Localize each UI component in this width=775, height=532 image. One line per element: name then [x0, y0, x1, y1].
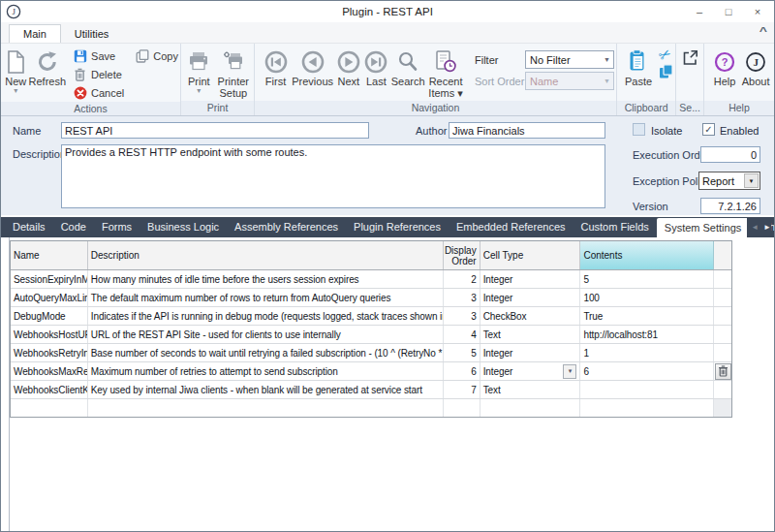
cell-contents: 1 [580, 344, 714, 361]
cancel-button[interactable]: Cancel [72, 83, 124, 102]
filter-combobox[interactable]: No Filter▼ [525, 50, 614, 69]
name-input[interactable] [61, 122, 369, 139]
cut-icon[interactable]: ✂ [657, 45, 676, 64]
table-row[interactable]: WebhooksRetryInterval Base number of sec… [11, 344, 731, 362]
column-header-contents[interactable]: Contents [580, 241, 714, 269]
refresh-button[interactable]: Refresh [29, 47, 67, 87]
svg-text:?: ? [722, 56, 728, 68]
tab-system-settings[interactable]: System Settings [657, 218, 749, 237]
new-button[interactable]: New ▾ [3, 47, 29, 95]
next-button[interactable]: Next [334, 47, 362, 87]
cell-name: SessionExpiryInMinutes [11, 270, 88, 288]
ribbon-tab-row: Main Utilities ^ [1, 22, 774, 44]
cell-description: How many minutes of idle time before the… [88, 270, 444, 288]
trash-icon [72, 68, 88, 81]
table-row[interactable]: AutoQueryMaxLimit The default maximum nu… [11, 289, 731, 307]
author-input[interactable] [449, 122, 605, 139]
tab-embedded-references[interactable]: Embedded References [449, 217, 574, 237]
new-document-icon [6, 48, 25, 76]
description-label: Description [13, 148, 66, 160]
tab-plugin-references[interactable]: Plugin References [346, 217, 449, 237]
copy-pages-icon[interactable] [659, 64, 673, 78]
sort-order-label: Sort Order [475, 76, 525, 87]
group-label-help: Help [704, 101, 774, 115]
tab-code[interactable]: Code [53, 217, 94, 237]
cell-display-order: 2 [444, 270, 480, 288]
save-button[interactable]: Save [72, 47, 124, 65]
tab-assembly-references[interactable]: Assembly References [227, 217, 346, 237]
delete-button[interactable]: Delete [72, 65, 124, 83]
share-icon[interactable] [680, 48, 699, 68]
cell-cell-type: Text [480, 381, 581, 398]
copy-button[interactable]: Copy [134, 47, 178, 65]
about-icon: J [745, 48, 766, 76]
cell-actions [714, 344, 731, 361]
ribbon-tab-main[interactable]: Main [9, 24, 61, 43]
column-header-display-order[interactable]: Display Order [444, 241, 480, 269]
ribbon-collapse-icon[interactable]: ^ [760, 26, 767, 37]
printer-setup-button[interactable]: PrinterSetup [215, 47, 252, 99]
tab-scroll-right-icon[interactable]: ► [763, 223, 771, 232]
about-button[interactable]: J About [739, 47, 772, 87]
cell-type-dropdown[interactable]: ▾ [563, 364, 576, 379]
last-button[interactable]: Last [363, 47, 390, 87]
table-row[interactable]: WebhooksHostURL URL of the REST API Site… [11, 326, 731, 344]
group-label-navigation: Navigation [255, 101, 616, 115]
column-header-name[interactable]: Name [11, 241, 88, 269]
maximize-button[interactable]: □ [714, 1, 743, 22]
cell-name: WebhooksRetryInterval [11, 344, 88, 361]
table-row[interactable]: WebhooksClientKey Key used by internal J… [11, 381, 731, 399]
group-label-send: Se... [676, 101, 703, 115]
paste-icon [629, 48, 648, 76]
cell-actions [714, 326, 731, 343]
tab-details[interactable]: Details [5, 217, 53, 237]
first-button[interactable]: First [261, 47, 291, 87]
titlebar: J Plugin - REST API – □ × [1, 1, 774, 22]
recent-items-button[interactable]: RecentItems ▾ [426, 47, 465, 99]
last-record-icon [364, 48, 388, 76]
cell-name: DebugMode [11, 307, 88, 325]
column-header-description[interactable]: Description [88, 241, 444, 269]
new-row-placeholder[interactable] [11, 399, 731, 418]
table-row[interactable]: SessionExpiryInMinutes How many minutes … [11, 270, 731, 289]
cell-name: WebhooksMaxRetries [11, 362, 88, 380]
cell-description: Key used by internal Jiwa clients - when… [88, 381, 444, 398]
cell-display-order: 3 [444, 307, 480, 325]
ribbon-tab-utilities[interactable]: Utilities [61, 25, 122, 43]
cell-description: Maximum number of retries to attempt to … [88, 362, 444, 380]
help-button[interactable]: ? Help [710, 47, 739, 87]
tab-business-logic[interactable]: Business Logic [140, 217, 227, 237]
tab-forms[interactable]: Forms [94, 217, 140, 237]
first-record-icon [264, 48, 288, 76]
group-actions: New ▾ Refresh Save [1, 44, 181, 115]
cell-description: Indicates if the API is running in debug… [88, 307, 444, 325]
printer-setup-icon [223, 48, 244, 76]
delete-row-button[interactable] [715, 363, 731, 380]
plugin-window: J Plugin - REST API – □ × Main Utilities… [0, 0, 775, 532]
table-row-selected[interactable]: WebhooksMaxRetries Maximum number of ret… [11, 362, 731, 381]
print-button[interactable]: Print ▾ [183, 47, 215, 95]
tab-custom-fields[interactable]: Custom Fields [574, 217, 657, 237]
tab-scroll-left-icon[interactable]: ◄ [751, 223, 759, 232]
execution-order-label: Execution Order [633, 149, 709, 161]
enabled-checkbox[interactable]: ✓ [702, 123, 715, 136]
group-navigation: First Previous Next [255, 44, 617, 115]
paste-button[interactable]: Paste [622, 47, 655, 87]
sort-order-combobox[interactable]: Name▼ [525, 72, 614, 90]
previous-button[interactable]: Previous [291, 47, 334, 87]
cell-cell-type: Integer [480, 344, 581, 361]
execution-order-input[interactable] [700, 146, 760, 163]
column-header-cell-type[interactable]: Cell Type [480, 241, 581, 269]
version-input[interactable] [700, 198, 760, 214]
cell-description: URL of the REST API Site - used for clie… [88, 326, 444, 343]
group-send: Se... [676, 44, 704, 115]
cell-contents [580, 381, 714, 398]
exception-policy-combobox[interactable]: Report ▼ [698, 172, 760, 190]
description-input[interactable]: Provides a REST HTTP endpoint with some … [61, 144, 605, 208]
table-row[interactable]: DebugMode Indicates if the API is runnin… [11, 307, 731, 326]
search-button[interactable]: Search [389, 47, 426, 87]
close-button[interactable]: × [743, 1, 772, 22]
cell-description: The default maximum number of rows to re… [88, 289, 444, 306]
isolate-checkbox[interactable] [633, 123, 645, 136]
minimize-button[interactable]: – [685, 1, 714, 22]
